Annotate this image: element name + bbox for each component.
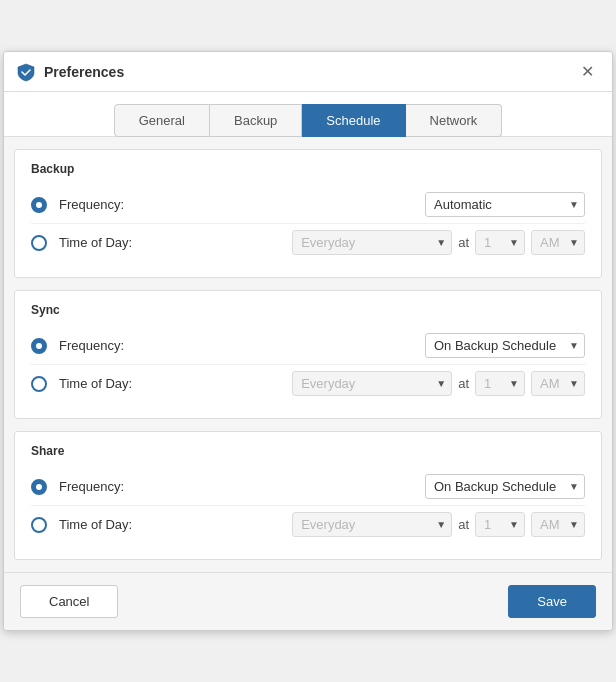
sync-day-select[interactable]: Everyday Weekdays Weekends: [292, 371, 452, 396]
sync-hour-select[interactable]: 1234 5678 9101112: [475, 371, 525, 396]
tab-schedule[interactable]: Schedule: [302, 104, 405, 137]
sync-section-title: Sync: [31, 303, 585, 317]
backup-frequency-radio[interactable]: [31, 197, 47, 213]
backup-frequency-select[interactable]: Automatic Manual On Backup Schedule: [425, 192, 585, 217]
share-frequency-select-wrap: On Backup Schedule Automatic Manual ▼: [425, 474, 585, 499]
tab-backup[interactable]: Backup: [210, 104, 302, 137]
sync-at-label: at: [458, 376, 469, 391]
backup-at-label: at: [458, 235, 469, 250]
backup-section-title: Backup: [31, 162, 585, 176]
share-ampm-select[interactable]: AM PM: [531, 512, 585, 537]
sync-frequency-row: Frequency: On Backup Schedule Automatic …: [31, 327, 585, 364]
share-time-row: Time of Day: Everyday Weekdays Weekends …: [31, 505, 585, 543]
sync-frequency-select-wrap: On Backup Schedule Automatic Manual ▼: [425, 333, 585, 358]
backup-day-select-wrap: Everyday Weekdays Weekends ▼: [292, 230, 452, 255]
share-ampm-select-wrap: AM PM ▼: [531, 512, 585, 537]
share-frequency-row: Frequency: On Backup Schedule Automatic …: [31, 468, 585, 505]
close-button[interactable]: ✕: [575, 60, 600, 83]
backup-ampm-select[interactable]: AM PM: [531, 230, 585, 255]
title-bar: Preferences ✕: [4, 52, 612, 92]
share-frequency-label: Frequency:: [59, 479, 159, 494]
tab-network[interactable]: Network: [406, 104, 503, 137]
backup-ampm-select-wrap: AM PM ▼: [531, 230, 585, 255]
sync-ampm-select-wrap: AM PM ▼: [531, 371, 585, 396]
sync-time-label: Time of Day:: [59, 376, 159, 391]
sync-ampm-select[interactable]: AM PM: [531, 371, 585, 396]
backup-time-label: Time of Day:: [59, 235, 159, 250]
share-frequency-radio[interactable]: [31, 479, 47, 495]
sync-time-row: Time of Day: Everyday Weekdays Weekends …: [31, 364, 585, 402]
share-frequency-control: On Backup Schedule Automatic Manual ▼: [425, 474, 585, 499]
backup-hour-select[interactable]: 1234 5678 9101112: [475, 230, 525, 255]
save-button[interactable]: Save: [508, 585, 596, 618]
share-at-label: at: [458, 517, 469, 532]
sync-hour-select-wrap: 1234 5678 9101112 ▼: [475, 371, 525, 396]
title-left: Preferences: [16, 62, 124, 82]
preferences-window: Preferences ✕ General Backup Schedule Ne…: [3, 51, 613, 631]
share-time-radio[interactable]: [31, 517, 47, 533]
footer: Cancel Save: [4, 572, 612, 630]
sync-frequency-control: On Backup Schedule Automatic Manual ▼: [425, 333, 585, 358]
content-area: Backup Frequency: Automatic Manual On Ba…: [4, 137, 612, 572]
backup-time-radio[interactable]: [31, 235, 47, 251]
share-day-select-wrap: Everyday Weekdays Weekends ▼: [292, 512, 452, 537]
sync-section: Sync Frequency: On Backup Schedule Autom…: [14, 290, 602, 419]
share-section-title: Share: [31, 444, 585, 458]
backup-section: Backup Frequency: Automatic Manual On Ba…: [14, 149, 602, 278]
sync-frequency-radio[interactable]: [31, 338, 47, 354]
shield-icon: [16, 62, 36, 82]
sync-frequency-select[interactable]: On Backup Schedule Automatic Manual: [425, 333, 585, 358]
share-hour-select-wrap: 1234 5678 9101112 ▼: [475, 512, 525, 537]
cancel-button[interactable]: Cancel: [20, 585, 118, 618]
sync-frequency-label: Frequency:: [59, 338, 159, 353]
window-title: Preferences: [44, 64, 124, 80]
share-hour-select[interactable]: 1234 5678 9101112: [475, 512, 525, 537]
backup-day-select[interactable]: Everyday Weekdays Weekends: [292, 230, 452, 255]
share-time-control: Everyday Weekdays Weekends ▼ at 1234 567…: [292, 512, 585, 537]
backup-frequency-label: Frequency:: [59, 197, 159, 212]
tabs-bar: General Backup Schedule Network: [4, 92, 612, 137]
backup-frequency-select-wrap: Automatic Manual On Backup Schedule ▼: [425, 192, 585, 217]
sync-day-select-wrap: Everyday Weekdays Weekends ▼: [292, 371, 452, 396]
tab-general[interactable]: General: [114, 104, 210, 137]
backup-frequency-row: Frequency: Automatic Manual On Backup Sc…: [31, 186, 585, 223]
share-day-select[interactable]: Everyday Weekdays Weekends: [292, 512, 452, 537]
share-section: Share Frequency: On Backup Schedule Auto…: [14, 431, 602, 560]
sync-time-radio[interactable]: [31, 376, 47, 392]
share-time-label: Time of Day:: [59, 517, 159, 532]
backup-hour-select-wrap: 1234 5678 9101112 ▼: [475, 230, 525, 255]
backup-time-control: Everyday Weekdays Weekends ▼ at 1234 567…: [292, 230, 585, 255]
backup-time-row: Time of Day: Everyday Weekdays Weekends …: [31, 223, 585, 261]
share-frequency-select[interactable]: On Backup Schedule Automatic Manual: [425, 474, 585, 499]
backup-frequency-control: Automatic Manual On Backup Schedule ▼: [425, 192, 585, 217]
sync-time-control: Everyday Weekdays Weekends ▼ at 1234 567…: [292, 371, 585, 396]
